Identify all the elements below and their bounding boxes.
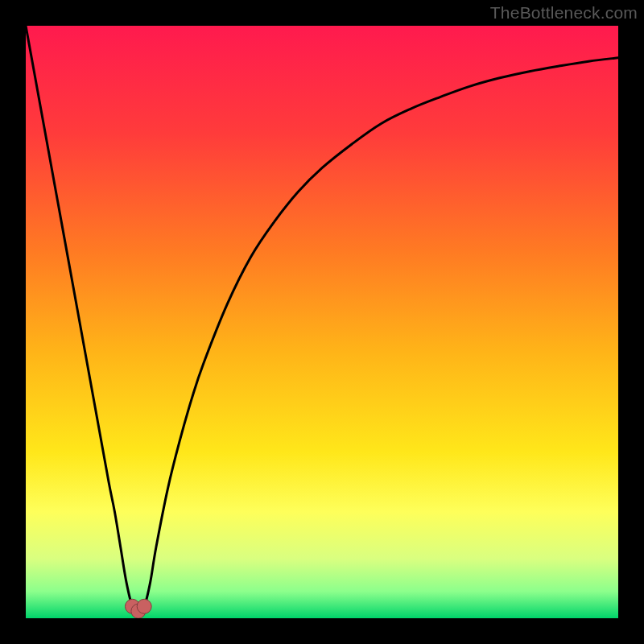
chart-frame: TheBottleneck.com	[0, 0, 644, 644]
plot-area	[26, 26, 618, 618]
watermark-text: TheBottleneck.com	[490, 3, 638, 23]
trough-marker	[137, 599, 151, 613]
gradient-rect	[26, 26, 618, 618]
chart-svg	[26, 26, 618, 618]
